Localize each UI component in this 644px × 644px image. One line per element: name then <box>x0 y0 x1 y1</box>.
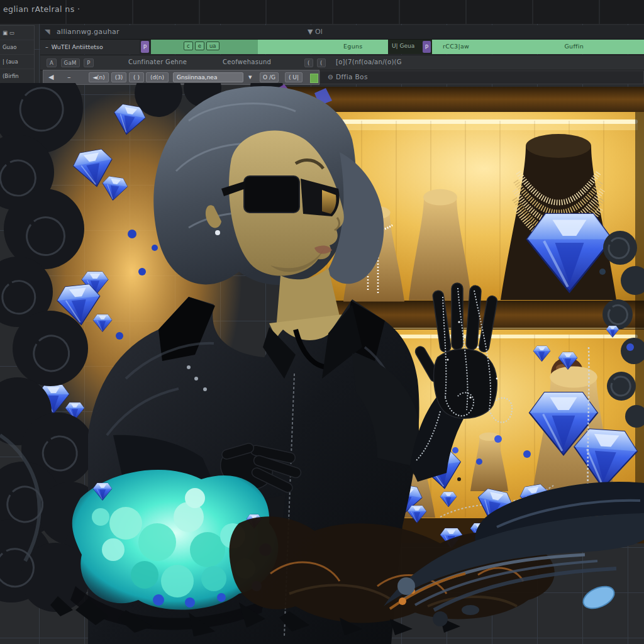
toolbar-chip[interactable]: ( U| <box>285 72 303 82</box>
toolbar-chip[interactable]: O /G <box>260 72 279 82</box>
clip-text: Eguns <box>343 43 363 50</box>
playhead-marker[interactable]: ▼ Ol <box>308 28 323 36</box>
title-bar: eglian rAtelral ns · <box>0 0 644 24</box>
tab-dot-group: ( ( <box>304 58 328 67</box>
clip-chip[interactable]: ua <box>206 42 219 50</box>
tab-item[interactable]: Cunfinater Gehne <box>128 58 187 65</box>
dot-chip[interactable]: ( <box>317 58 326 67</box>
desktop-grid-background: eglian rAtelral ns · ▣ ▭ Guao | (aua (Bi… <box>0 0 644 644</box>
toolbar-button[interactable]: (d(n) <box>146 72 169 82</box>
clip-text: rCC3|aw <box>443 43 469 50</box>
tab-chip[interactable]: A <box>47 58 57 67</box>
tab-chip[interactable]: P <box>84 58 93 67</box>
dropdown-icon[interactable]: ▾ <box>248 73 252 81</box>
tab-bar: A GaM P Cunfinater Gehne Ceofwehasund ( … <box>40 55 644 70</box>
artwork-canvas <box>0 83 644 644</box>
tab-chip[interactable]: GaM <box>61 58 80 67</box>
toolbar-button[interactable]: (3) <box>111 72 126 82</box>
clip-text: Guffin <box>564 43 584 50</box>
toolbar-button[interactable]: ( ) <box>129 72 144 82</box>
mini-panel-button[interactable]: (Birfin <box>0 69 34 84</box>
dot-chip[interactable]: ( <box>304 58 313 67</box>
gap-label: U| Geua <box>392 43 414 49</box>
tab-item[interactable]: Ceofwehasund <box>223 58 271 65</box>
clip-chip[interactable]: e <box>195 42 204 50</box>
toolbar-status-bar: ⊖ Dffia Bos <box>319 70 644 84</box>
track-header-row: ◥ alliannwg.gauhar ▼ Ol <box>40 25 644 40</box>
track-tag[interactable]: P <box>141 41 149 53</box>
clip-segment-light[interactable] <box>258 40 388 54</box>
window-title: eglian rAtelral ns · <box>3 4 80 14</box>
side-mini-panel: ▣ ▭ Guao | (aua (Birfin <box>0 25 35 84</box>
mini-panel-button[interactable]: Guao <box>0 40 34 55</box>
segment-tag[interactable]: P <box>423 41 431 53</box>
timeline-row: – WuTEI Antiittetso P U| Geua P c e ua E… <box>40 40 644 54</box>
track-corner-icon: ◥ <box>45 28 50 36</box>
color-swatch-green[interactable] <box>310 74 318 83</box>
marker-icon: ▼ <box>308 28 313 36</box>
dash-icon: – <box>67 73 71 81</box>
clip-chip-group: c e ua <box>184 42 219 50</box>
clip-chip[interactable]: c <box>184 42 193 50</box>
mini-panel-button[interactable]: | (aua <box>0 55 34 69</box>
tab-item[interactable]: [o](7(nf(oa/an/(o)(G <box>336 58 402 65</box>
collapse-icon: – <box>45 43 48 50</box>
blue-petal <box>580 582 618 613</box>
track-name[interactable]: alliannwg.gauhar <box>57 28 119 36</box>
led-strip-upper <box>296 119 638 124</box>
toolbar-button[interactable]: ◄(n) <box>89 72 109 82</box>
status-icon: ⊖ <box>328 73 333 80</box>
status-label: ⊖ Dffia Bos <box>328 73 368 80</box>
tab-chip-group: A GaM P <box>47 58 96 67</box>
timeline-track-label[interactable]: – WuTEI Antiittetso <box>40 40 140 54</box>
toolbar-search-field[interactable]: Gnsiinnaa,nea <box>173 72 243 82</box>
earring <box>215 230 220 235</box>
mini-panel-button[interactable]: ▣ ▭ <box>0 26 34 40</box>
back-icon[interactable]: ◀ <box>48 73 53 81</box>
